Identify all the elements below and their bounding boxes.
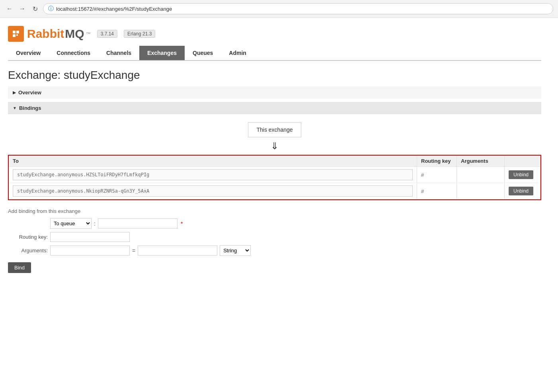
- this-exchange-box: This exchange: [248, 122, 301, 137]
- erlang-badge: Erlang 21.3: [124, 30, 155, 38]
- arguments-cell-1: [457, 167, 505, 183]
- unbind-button-1[interactable]: Unbind: [509, 170, 533, 179]
- col-routing-key: Routing key: [417, 156, 457, 167]
- arguments-type-select[interactable]: String Number Boolean: [220, 245, 251, 256]
- bindings-section-label: Bindings: [19, 105, 41, 111]
- binding-name-box-1: studyExchange.anonymous.HZSLToiFRDyH7fLm…: [13, 169, 413, 180]
- overview-section-header[interactable]: ▶ Overview: [8, 86, 541, 99]
- bindings-content: This exchange ⇓ To Routing key Arguments: [8, 116, 541, 279]
- table-row: studyExchange.anonymous.HZSLToiFRDyH7fLm…: [9, 167, 540, 183]
- logo-mq-text: MQ: [65, 27, 84, 41]
- destination-select[interactable]: To queue To exchange: [50, 218, 92, 229]
- forward-button[interactable]: →: [18, 4, 27, 14]
- svg-rect-3: [16, 34, 18, 36]
- overview-arrow-icon: ▶: [13, 90, 16, 95]
- nav-channels[interactable]: Channels: [98, 46, 139, 60]
- bindings-section-header[interactable]: ▼ Bindings: [8, 102, 541, 114]
- routing-key-input[interactable]: [50, 232, 130, 242]
- binding-name-box-2: studyExchange.anonymous.NkiopRZNRSa-qGn3…: [13, 185, 413, 197]
- routing-key-row: Routing key:: [8, 232, 541, 242]
- browser-chrome: ← → ↻ ⓘ localhost:15672/#/exchanges/%2F/…: [0, 0, 558, 18]
- destination-colon: :: [94, 220, 96, 227]
- nav-overview[interactable]: Overview: [8, 46, 49, 60]
- svg-rect-1: [16, 31, 19, 33]
- bindings-arrow-icon: ▼: [13, 106, 17, 110]
- bindings-section: ▼ Bindings This exchange ⇓ To Routing ke…: [8, 102, 541, 279]
- arguments-value-input[interactable]: [138, 246, 217, 255]
- refresh-button[interactable]: ↻: [30, 4, 40, 14]
- overview-section-label: Overview: [18, 90, 41, 96]
- required-star: *: [181, 220, 183, 227]
- main-nav: Overview Connections Channels Exchanges …: [8, 46, 541, 61]
- equals-sign: =: [132, 248, 135, 254]
- nav-admin[interactable]: Admin: [221, 46, 254, 60]
- arguments-label: Arguments:: [8, 248, 48, 254]
- arguments-cell-2: [457, 183, 505, 199]
- add-binding-title: Add binding from this exchange: [8, 208, 541, 214]
- binding-name-cell-2: studyExchange.anonymous.NkiopRZNRSa-qGn3…: [9, 183, 417, 199]
- nav-connections[interactable]: Connections: [49, 46, 98, 60]
- logo-tm: ™: [86, 31, 91, 37]
- rabbitmq-logo: RabbitMQ™: [8, 26, 91, 42]
- url-text: localhost:15672/#/exchanges/%2F/studyExc…: [56, 6, 172, 12]
- bind-button[interactable]: Bind: [8, 262, 31, 273]
- action-cell-2: Unbind: [505, 183, 540, 199]
- destination-row: To queue To exchange : *: [8, 218, 541, 229]
- svg-rect-2: [13, 34, 16, 37]
- secure-icon: ⓘ: [48, 5, 54, 12]
- arguments-key-input[interactable]: [50, 246, 130, 255]
- back-button[interactable]: ←: [5, 4, 14, 14]
- unbind-button-2[interactable]: Unbind: [509, 187, 533, 195]
- col-action: [505, 156, 540, 167]
- arguments-row: Arguments: = String Number Boolean: [8, 245, 541, 256]
- destination-input[interactable]: [98, 218, 178, 228]
- routing-key-label: Routing key:: [8, 234, 48, 240]
- binding-name-cell-1: studyExchange.anonymous.HZSLToiFRDyH7fLm…: [9, 167, 417, 183]
- bindings-table: To Routing key Arguments studyExchange.a…: [9, 156, 540, 199]
- col-arguments: Arguments: [457, 156, 505, 167]
- nav-queues[interactable]: Queues: [185, 46, 221, 60]
- address-bar[interactable]: ⓘ localhost:15672/#/exchanges/%2F/studyE…: [43, 3, 553, 14]
- page-title: Exchange: studyExchange: [8, 69, 541, 82]
- version-badge: 3.7.14: [97, 30, 117, 38]
- table-row: studyExchange.anonymous.NkiopRZNRSa-qGn3…: [9, 183, 540, 199]
- logo-icon: [8, 26, 24, 42]
- action-cell-1: Unbind: [505, 167, 540, 183]
- logo-area: RabbitMQ™ 3.7.14 Erlang 21.3: [8, 18, 541, 46]
- overview-section: ▶ Overview: [8, 86, 541, 99]
- routing-key-cell-2: #: [417, 183, 457, 199]
- arrow-down-symbol: ⇓: [8, 140, 541, 152]
- routing-key-cell-1: #: [417, 167, 457, 183]
- col-to: To: [9, 156, 417, 167]
- logo-rabbit-text: Rabbit: [27, 27, 64, 41]
- add-binding-section: Add binding from this exchange To queue …: [8, 208, 541, 273]
- nav-exchanges[interactable]: Exchanges: [139, 46, 185, 60]
- svg-rect-0: [13, 31, 16, 33]
- bindings-table-wrapper: To Routing key Arguments studyExchange.a…: [8, 155, 541, 200]
